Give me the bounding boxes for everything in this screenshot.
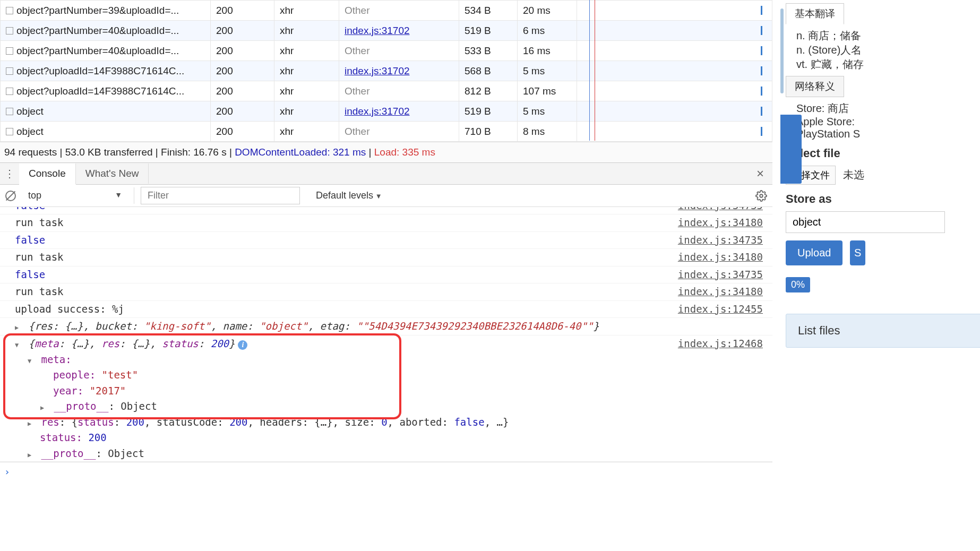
network-table-container: object?partNumber=39&uploadId=...200xhrO… [0, 0, 772, 142]
gear-icon[interactable] [755, 190, 767, 202]
network-row[interactable]: object?uploadId=14F3988C71614C...200xhrO… [1, 81, 772, 101]
log-message: run task [15, 284, 64, 299]
waterfall-load-line [595, 0, 595, 141]
context-selector[interactable]: top [22, 187, 134, 204]
source-link[interactable]: index.js:34735 [678, 207, 763, 213]
object-property[interactable]: meta: [0, 352, 772, 367]
col-name: object [1, 101, 211, 122]
col-time: 5 ms [518, 101, 577, 122]
row-select-checkbox[interactable] [6, 88, 13, 95]
console-prompt[interactable]: › [0, 462, 772, 481]
row-select-checkbox[interactable] [6, 108, 13, 115]
col-waterfall [577, 81, 772, 101]
expand-icon[interactable] [40, 399, 48, 414]
upload-button[interactable]: Upload [786, 240, 843, 265]
object-property[interactable]: __proto__: Object [0, 399, 772, 414]
col-size: 533 B [459, 41, 518, 61]
col-type: xhr [274, 21, 339, 41]
tab-web-definition[interactable]: 网络释义 [786, 76, 844, 97]
col-type: xhr [274, 41, 339, 61]
col-initiator[interactable]: index.js:31702 [339, 21, 459, 41]
row-select-checkbox[interactable] [6, 67, 13, 75]
col-size: 568 B [459, 61, 518, 81]
row-select-checkbox[interactable] [6, 47, 13, 55]
col-type: xhr [274, 122, 339, 142]
col-type: xhr [274, 1, 339, 21]
source-link[interactable]: index.js:34735 [678, 267, 763, 282]
col-name: object?partNumber=39&uploadId=... [1, 1, 211, 21]
console-log-row: run taskindex.js:34180 [0, 214, 772, 231]
summary-load: Load: 335 ms [374, 147, 435, 158]
console-object-row[interactable]: {meta: {…}, res: {…}, status: 200}i inde… [0, 335, 772, 352]
source-link[interactable]: index.js:34180 [678, 215, 763, 230]
col-name: object [1, 122, 211, 142]
col-waterfall [577, 21, 772, 41]
source-link[interactable]: index.js:12455 [678, 302, 763, 317]
row-select-checkbox[interactable] [6, 128, 13, 135]
network-row[interactable]: object200xhrOther710 B8 ms [1, 122, 772, 142]
tab-basic-translation[interactable]: 基本翻译 [786, 3, 844, 24]
console-filter-input[interactable] [141, 187, 300, 204]
console-log-row: upload success: %jindex.js:12455 [0, 301, 772, 318]
console-log-row: run taskindex.js:34180 [0, 283, 772, 300]
object-property: year: "2017" [0, 383, 772, 399]
store-as-heading: Store as [786, 192, 980, 206]
summary-finish: Finish: 16.76 s [161, 147, 227, 158]
col-status: 200 [211, 21, 274, 41]
expand-icon[interactable] [28, 415, 35, 430]
tab-console[interactable]: Console [19, 163, 76, 185]
expand-icon[interactable] [28, 446, 35, 461]
drawer-close-icon[interactable]: × [748, 166, 772, 181]
col-initiator[interactable]: index.js:31702 [339, 61, 459, 81]
console-object-row[interactable]: {res: {…}, bucket: "king-soft", name: "o… [0, 318, 772, 335]
expand-icon[interactable] [15, 318, 22, 334]
network-row[interactable]: object200xhrindex.js:31702519 B5 ms [1, 101, 772, 122]
col-name: object?partNumber=40&uploadId=... [1, 41, 211, 61]
log-message: false [15, 267, 45, 282]
info-icon[interactable]: i [238, 340, 247, 350]
translation-list: n. 商店；储备n. (Store)人名vt. 贮藏，储存 [786, 24, 980, 76]
log-levels-dropdown[interactable]: Default levels [306, 190, 382, 201]
console-log-row: falseindex.js:34735 [0, 207, 772, 214]
progress-badge: 0% [786, 277, 810, 292]
network-row[interactable]: object?partNumber=39&uploadId=...200xhrO… [1, 1, 772, 21]
translation-item: vt. 贮藏，储存 [796, 57, 980, 72]
row-select-checkbox[interactable] [6, 27, 13, 35]
dictionary-widget: 基本翻译 n. 商店；储备n. (Store)人名vt. 贮藏，储存 网络释义 … [786, 3, 980, 144]
col-name: object?uploadId=14F3988C71614C... [1, 81, 211, 101]
console-toolbar: top Default levels [0, 185, 772, 207]
network-row[interactable]: object?uploadId=14F3988C71614C...200xhri… [1, 61, 772, 81]
object-summary: {res: {…}, bucket: "king-soft", name: "o… [28, 320, 599, 332]
log-message: false [15, 207, 45, 213]
accent-bar [780, 8, 784, 93]
context-value: top [22, 187, 128, 204]
source-link[interactable]: index.js:34735 [678, 233, 763, 248]
summary-requests: 94 requests [4, 147, 57, 158]
col-size: 519 B [459, 21, 518, 41]
col-time: 6 ms [518, 21, 577, 41]
collapse-icon[interactable] [15, 336, 22, 351]
translation-item: n. (Store)人名 [796, 43, 980, 57]
col-size: 812 B [459, 81, 518, 101]
console-log-row: run taskindex.js:34180 [0, 249, 772, 266]
collapse-icon[interactable] [28, 352, 35, 367]
row-select-checkbox[interactable] [6, 7, 13, 14]
tab-whats-new[interactable]: What's New [76, 163, 149, 184]
source-link[interactable]: index.js:34180 [678, 284, 763, 299]
col-waterfall [577, 101, 772, 122]
accent-bar [780, 115, 802, 184]
source-link[interactable]: index.js:12468 [678, 336, 763, 351]
secondary-button[interactable]: S [850, 240, 865, 265]
source-link[interactable]: index.js:34180 [678, 249, 763, 265]
col-initiator[interactable]: index.js:31702 [339, 101, 459, 122]
drawer-menu-icon[interactable]: ⋮ [0, 167, 19, 180]
object-property[interactable]: __proto__: Object [0, 446, 772, 462]
console-log-row: falseindex.js:34735 [0, 266, 772, 283]
network-row[interactable]: object?partNumber=40&uploadId=...200xhri… [1, 21, 772, 41]
list-files-panel[interactable]: List files [786, 314, 980, 348]
clear-console-icon[interactable] [5, 191, 16, 201]
network-row[interactable]: object?partNumber=40&uploadId=...200xhrO… [1, 41, 772, 61]
store-as-input[interactable] [786, 211, 945, 233]
object-property[interactable]: res: {status: 200, statusCode: 200, head… [0, 415, 772, 430]
col-size: 519 B [459, 101, 518, 122]
